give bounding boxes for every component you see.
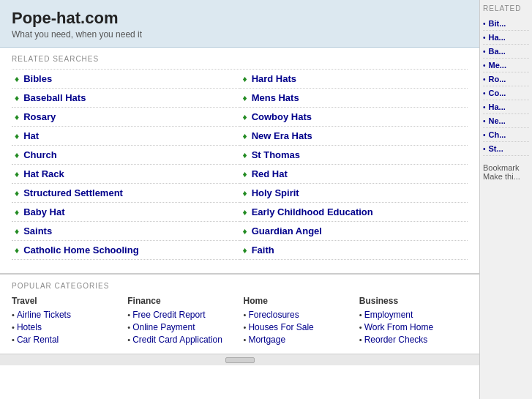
link-early-childhood[interactable]: Early Childhood Education [252, 206, 373, 217]
list-item: Employment [359, 309, 468, 320]
sidebar-list-item: • Ha... [483, 31, 529, 45]
list-item: ♦Red Hat [240, 165, 468, 184]
arrow-icon: ♦ [243, 188, 247, 198]
sidebar-link-7[interactable]: Ha... [489, 102, 506, 111]
list-item: Car Rental [12, 334, 120, 345]
category-business-title: Business [359, 296, 468, 306]
link-bibles[interactable]: Bibles [23, 73, 52, 84]
arrow-icon: ♦ [15, 188, 19, 198]
link-red-hat[interactable]: Red Hat [252, 168, 288, 179]
link-baseball-hats[interactable]: Baseball Hats [23, 92, 86, 103]
link-mortgage[interactable]: Mortgage [248, 335, 285, 345]
sidebar-link-8[interactable]: Ne... [489, 116, 506, 125]
make-text: Make thi... [483, 172, 529, 181]
category-travel: Travel Airline Tickets Hotels Car Rental [12, 296, 120, 346]
scrollbar-thumb[interactable] [225, 357, 255, 363]
list-item: Online Payment [127, 321, 236, 332]
list-item: ♦Saints [12, 222, 240, 241]
sidebar-list-item: • Co... [483, 86, 529, 100]
bullet-icon: • [483, 89, 486, 97]
category-finance: Finance Free Credit Report Online Paymen… [127, 296, 236, 346]
arrow-icon: ♦ [243, 245, 247, 256]
list-item: ♦Hat [12, 127, 240, 146]
category-business: Business Employment Work From Home Reord… [359, 296, 468, 346]
arrow-icon: ♦ [243, 150, 247, 160]
list-item: Free Credit Report [127, 309, 236, 320]
sidebar-list-item: • St... [483, 142, 529, 156]
link-st-thomas[interactable]: St Thomas [252, 149, 300, 160]
bullet-icon: • [483, 20, 486, 28]
category-home-title: Home [244, 296, 352, 306]
list-item: Work From Home [359, 321, 468, 332]
bullet-icon: • [483, 103, 486, 111]
sidebar-link-6[interactable]: Co... [489, 89, 506, 97]
bullet-icon: • [483, 75, 486, 83]
link-car-rental[interactable]: Car Rental [17, 335, 59, 345]
sidebar-list-item: • Ba... [483, 45, 529, 59]
link-airline-tickets[interactable]: Airline Tickets [17, 310, 71, 320]
link-structured-settlement[interactable]: Structured Settlement [23, 187, 123, 198]
arrow-icon: ♦ [15, 93, 19, 103]
link-online-payment[interactable]: Online Payment [132, 322, 195, 332]
sidebar-list-item: • Bit... [483, 17, 529, 31]
arrow-icon: ♦ [15, 226, 19, 236]
site-title: Pope-hat.com [12, 9, 468, 28]
popular-categories-label: POPULAR CATEGORIES [12, 282, 468, 290]
sidebar-list-item: • Ne... [483, 114, 529, 128]
link-credit-card-application[interactable]: Credit Card Application [132, 335, 222, 345]
link-hat[interactable]: Hat [23, 130, 39, 141]
link-church[interactable]: Church [23, 149, 57, 160]
list-item: ♦Baseball Hats [12, 89, 240, 108]
related-searches-section: RELATED SEARCHES ♦Bibles ♦Hard Hats ♦Bas… [0, 48, 479, 267]
link-work-from-home[interactable]: Work From Home [364, 322, 433, 332]
list-item: ♦Baby Hat [12, 203, 240, 222]
arrow-icon: ♦ [15, 169, 19, 179]
list-item: ♦Rosary [12, 108, 240, 127]
link-faith[interactable]: Faith [252, 245, 274, 256]
link-foreclosures[interactable]: Foreclosures [248, 310, 299, 320]
link-hard-hats[interactable]: Hard Hats [252, 73, 296, 84]
arrow-icon: ♦ [243, 74, 247, 84]
list-item: ♦Church [12, 146, 240, 165]
link-mens-hats[interactable]: Mens Hats [252, 92, 299, 103]
link-rosary[interactable]: Rosary [23, 111, 56, 122]
popular-categories-section: POPULAR CATEGORIES Travel Airline Ticket… [0, 273, 479, 354]
sidebar-link-5[interactable]: Ro... [489, 75, 506, 83]
sidebar-list-item: • Ch... [483, 128, 529, 142]
list-item: ♦Bibles [12, 70, 240, 89]
link-baby-hat[interactable]: Baby Hat [23, 206, 64, 217]
list-item: ♦New Era Hats [240, 127, 468, 146]
link-new-era-hats[interactable]: New Era Hats [252, 130, 312, 141]
sidebar-link-10[interactable]: St... [489, 144, 503, 153]
bullet-icon: • [483, 34, 486, 42]
link-hotels[interactable]: Hotels [17, 322, 42, 332]
right-sidebar: RELATED • Bit... • Ha... • Ba... • Me...… [479, 0, 532, 399]
link-employment[interactable]: Employment [364, 310, 413, 320]
list-item: ♦Mens Hats [240, 89, 468, 108]
list-item: Credit Card Application [127, 334, 236, 345]
sidebar-link-9[interactable]: Ch... [489, 130, 506, 139]
link-saints[interactable]: Saints [23, 225, 52, 236]
sidebar-link-4[interactable]: Me... [489, 61, 506, 70]
link-houses-for-sale[interactable]: Houses For Sale [248, 322, 313, 332]
list-item: ♦Holy Spirit [240, 184, 468, 203]
link-hat-rack[interactable]: Hat Rack [23, 168, 64, 179]
horizontal-scrollbar[interactable] [0, 354, 479, 365]
link-holy-spirit[interactable]: Holy Spirit [252, 187, 299, 198]
link-catholic-home-schooling[interactable]: Catholic Home Schooling [23, 245, 138, 256]
link-free-credit-report[interactable]: Free Credit Report [132, 310, 205, 320]
list-item: ♦Faith [240, 241, 468, 260]
sidebar-link-2[interactable]: Ha... [489, 33, 506, 42]
arrow-icon: ♦ [15, 112, 19, 122]
list-item: Foreclosures [244, 309, 352, 320]
list-item: Houses For Sale [244, 321, 352, 332]
sidebar-link-1[interactable]: Bit... [489, 19, 506, 28]
category-travel-title: Travel [12, 296, 120, 306]
list-item: ♦Early Childhood Education [240, 203, 468, 222]
link-guardian-angel[interactable]: Guardian Angel [252, 225, 322, 236]
link-cowboy-hats[interactable]: Cowboy Hats [252, 111, 312, 122]
sidebar-link-3[interactable]: Ba... [489, 47, 506, 56]
site-subtitle: What you need, when you need it [12, 29, 468, 40]
link-reorder-checks[interactable]: Reorder Checks [364, 335, 428, 345]
list-item: Reorder Checks [359, 334, 468, 345]
